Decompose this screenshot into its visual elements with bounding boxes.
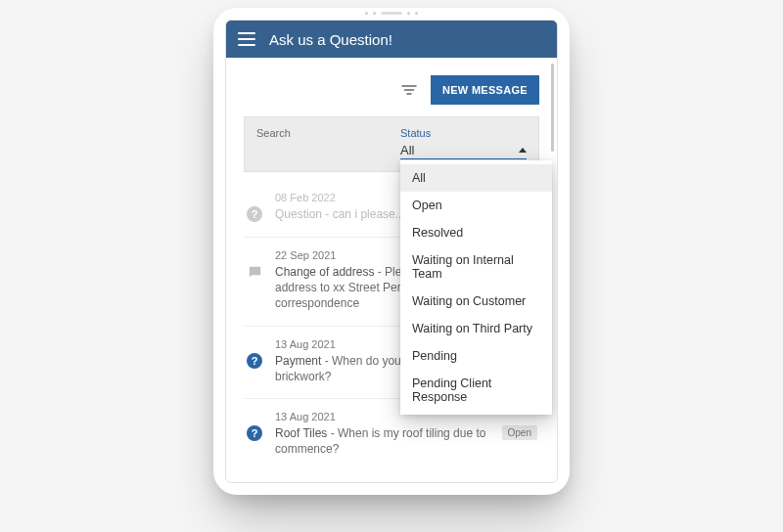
status-label: Status [400,127,527,139]
message-subject: Change of address [275,265,374,279]
message-subject: Roof Tiles [275,426,327,440]
caret-up-icon [519,148,527,153]
question-icon: ? [246,205,263,223]
status-option[interactable]: Resolved [400,219,552,246]
status-option[interactable]: Waiting on Internal Team [400,246,552,288]
status-option[interactable]: All [400,164,552,192]
filter-icon[interactable] [401,84,417,96]
status-option[interactable]: Waiting on Third Party [400,315,552,342]
status-option[interactable]: Open [400,192,552,219]
action-row: NEW MESSAGE [226,58,557,116]
status-option[interactable]: Waiting on Customer [400,288,552,315]
status-field[interactable]: Status All AllOpenResolvedWaiting on Int… [400,127,527,159]
screen: Ask us a Question! NEW MESSAGE Search St… [225,20,558,483]
message-text: Roof Tiles - When is my roof tiling due … [275,425,490,457]
new-message-button[interactable]: NEW MESSAGE [431,75,539,105]
question-icon: ? [246,424,263,442]
menu-icon[interactable] [238,32,255,46]
status-badge: Open [502,425,537,440]
scrollbar-thumb[interactable] [551,64,554,152]
search-label: Search [256,127,383,139]
status-option[interactable]: Pending [400,342,552,370]
message-subject: Payment [275,354,321,368]
status-value: All [400,143,414,157]
question-icon: ? [246,352,263,370]
status-dropdown: AllOpenResolvedWaiting on Internal TeamW… [400,160,552,415]
filter-bar: Search Status All AllOpenResolvedWaiting… [244,116,539,172]
app-bar: Ask us a Question! [226,21,557,58]
message-subject: Question [275,207,322,221]
device-sensors [365,12,418,15]
status-select[interactable]: All [400,143,527,159]
chat-icon [246,263,263,281]
search-field[interactable]: Search [256,127,383,159]
tablet-frame: Ask us a Question! NEW MESSAGE Search St… [213,8,570,495]
message-body: 13 Aug 2021Roof Tiles - When is my roof … [275,411,490,457]
status-option[interactable]: Pending Client Response [400,370,552,411]
page-title: Ask us a Question! [269,31,392,48]
